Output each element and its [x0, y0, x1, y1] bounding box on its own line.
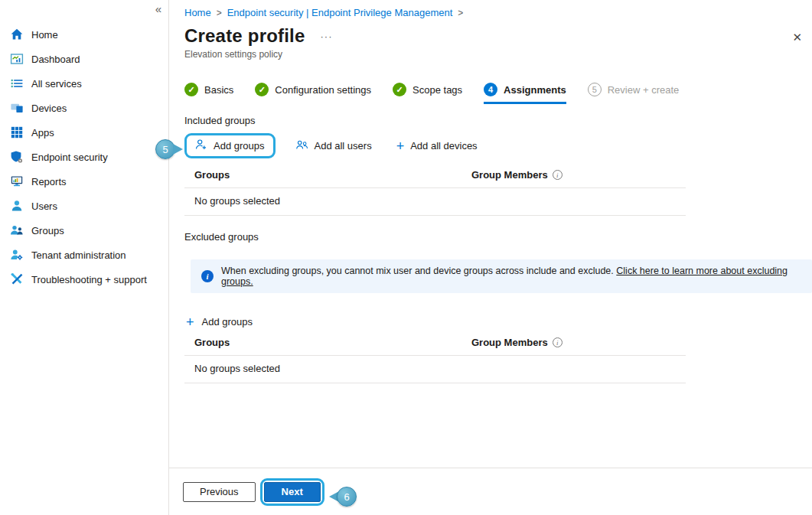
sidebar-item-users[interactable]: Users [0, 194, 168, 218]
info-icon[interactable]: i [553, 170, 563, 180]
tab-scope-tags[interactable]: ✓ Scope tags [393, 83, 462, 104]
breadcrumb-endpoint-security-link[interactable]: Endpoint security | Endpoint Privilege M… [227, 7, 453, 18]
next-button[interactable]: Next [264, 482, 321, 502]
add-all-devices-label: Add all devices [410, 140, 477, 152]
sidebar-item-label: Apps [31, 127, 54, 139]
add-groups-tutorial-highlight: Add groups [184, 133, 276, 158]
endpoint-security-icon [10, 150, 24, 164]
sidebar-item-troubleshooting[interactable]: Troubleshooting + support [0, 267, 168, 292]
sidebar-item-groups[interactable]: Groups [0, 218, 168, 243]
collapse-sidebar-icon[interactable]: « [155, 2, 161, 15]
tab-label: Configuration settings [275, 84, 371, 96]
sidebar-item-label: Devices [31, 103, 67, 114]
tab-basics[interactable]: ✓ Basics [184, 83, 233, 104]
included-groups-table: Groups Group Members i No groups selecte… [184, 165, 686, 216]
info-banner: i When excluding groups, you cannot mix … [191, 259, 812, 293]
tenant-administration-icon [10, 248, 24, 262]
add-all-devices-button[interactable]: + Add all devices [392, 139, 482, 153]
home-icon [10, 28, 24, 41]
sidebar-item-endpoint-security[interactable]: Endpoint security [0, 145, 168, 169]
table-header-row: Groups Group Members i [184, 165, 686, 188]
column-header-groups: Groups [194, 337, 471, 348]
sidebar-item-reports[interactable]: Reports [0, 169, 168, 194]
sidebar-item-tenant-administration[interactable]: Tenant administration [0, 243, 168, 267]
info-icon: i [201, 270, 214, 282]
breadcrumb-home-link[interactable]: Home [184, 7, 211, 18]
tab-label: Scope tags [413, 84, 462, 96]
person-add-icon [195, 139, 207, 153]
step-number-badge: 5 [588, 83, 602, 96]
sidebar: « Home Dashboard [0, 0, 169, 515]
apps-icon [10, 125, 24, 139]
table-header-row: Groups Group Members i [184, 332, 686, 356]
sidebar-item-label: Groups [31, 225, 64, 236]
empty-state-row: No groups selected [184, 356, 686, 383]
plus-icon: + [396, 141, 405, 152]
breadcrumb-separator-icon: > [458, 8, 463, 18]
callout-arrow-icon [173, 144, 183, 155]
tab-label: Basics [204, 84, 233, 96]
sidebar-item-all-services[interactable]: All services [0, 71, 168, 96]
main-panel: Home > Endpoint security | Endpoint Priv… [169, 0, 812, 515]
excluded-add-groups-button[interactable]: + Add groups [184, 316, 253, 328]
column-header-groups: Groups [194, 169, 471, 181]
column-header-group-members: Group Members [471, 169, 548, 181]
add-all-users-button[interactable]: Add all users [291, 138, 377, 155]
info-icon[interactable]: i [553, 337, 563, 347]
add-groups-button[interactable]: Add groups [188, 137, 272, 155]
plus-icon: + [186, 317, 194, 328]
sidebar-item-apps[interactable]: Apps [0, 120, 168, 145]
next-tutorial-highlight: Next [260, 478, 324, 506]
sidebar-item-label: Troubleshooting + support [31, 274, 147, 285]
sidebar-item-label: Home [31, 29, 58, 41]
sidebar-item-label: Users [31, 200, 57, 212]
tab-label: Review + create [608, 84, 680, 96]
tab-label: Assignments [504, 84, 566, 96]
sidebar-item-label: Dashboard [31, 54, 80, 65]
people-icon [295, 139, 308, 153]
tab-review-create: 5 Review + create [588, 83, 680, 104]
all-services-icon [10, 77, 24, 90]
check-icon: ✓ [393, 83, 406, 96]
sidebar-item-label: Endpoint security [31, 152, 108, 163]
sidebar-item-home[interactable]: Home [0, 22, 168, 47]
page-title: Create profile [184, 25, 305, 47]
previous-button[interactable]: Previous [183, 482, 256, 502]
tutorial-callout-6: 6 [329, 487, 357, 507]
page-subtitle: Elevation settings policy [184, 49, 812, 60]
troubleshooting-icon [10, 272, 24, 286]
excluded-groups-table: Groups Group Members i No groups selecte… [184, 332, 686, 383]
tab-configuration-settings[interactable]: ✓ Configuration settings [255, 83, 371, 104]
add-all-users-label: Add all users [315, 140, 372, 152]
app-window: « Home Dashboard [0, 0, 812, 515]
title-row: Create profile ··· [184, 25, 812, 47]
check-icon: ✓ [184, 83, 198, 96]
close-icon[interactable]: ✕ [792, 31, 802, 44]
excluded-add-groups-label: Add groups [202, 316, 253, 328]
sidebar-item-dashboard[interactable]: Dashboard [0, 47, 168, 71]
empty-state-row: No groups selected [184, 188, 686, 216]
devices-icon [10, 101, 24, 115]
excluded-groups-heading: Excluded groups [184, 231, 812, 243]
users-icon [10, 199, 24, 213]
sidebar-item-label: Reports [31, 176, 67, 187]
dashboard-icon [10, 52, 24, 66]
wizard-steps: ✓ Basics ✓ Configuration settings ✓ Scop… [184, 83, 812, 104]
wizard-footer: Previous Next [169, 468, 812, 515]
sidebar-nav: Home Dashboard [0, 0, 168, 292]
more-options-icon[interactable]: ··· [321, 31, 333, 42]
sidebar-item-label: Tenant administration [31, 249, 126, 261]
included-groups-toolbar: Add groups Add all users + Add all devic… [184, 132, 812, 160]
callout-number-badge: 6 [337, 487, 357, 507]
groups-icon [10, 223, 24, 237]
column-header-group-members: Group Members [471, 337, 548, 348]
included-groups-heading: Included groups [184, 115, 812, 126]
check-icon: ✓ [255, 83, 269, 96]
breadcrumb-separator-icon: > [217, 8, 222, 18]
sidebar-item-devices[interactable]: Devices [0, 96, 168, 120]
banner-text: When excluding groups, you cannot mix us… [221, 266, 801, 287]
tab-assignments[interactable]: 4 Assignments [484, 83, 566, 104]
add-groups-label: Add groups [214, 140, 265, 152]
tutorial-callout-5: 5 [155, 139, 183, 159]
sidebar-item-label: All services [31, 78, 82, 90]
